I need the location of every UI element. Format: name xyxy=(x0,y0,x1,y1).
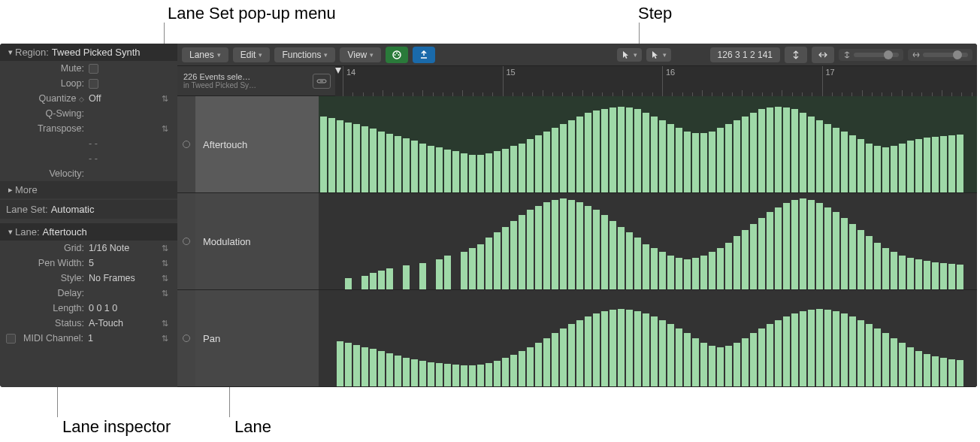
step[interactable] xyxy=(725,124,732,192)
step[interactable] xyxy=(783,203,790,289)
step[interactable] xyxy=(808,117,815,192)
step[interactable] xyxy=(361,276,368,289)
edit-menu[interactable]: Edit▾ xyxy=(233,47,271,62)
lane-row[interactable]: Aftertouch xyxy=(177,96,977,193)
step[interactable] xyxy=(717,128,724,192)
step[interactable] xyxy=(634,238,641,289)
step[interactable] xyxy=(725,243,732,289)
step[interactable] xyxy=(742,338,749,387)
view-menu[interactable]: View▾ xyxy=(340,47,381,62)
step[interactable] xyxy=(725,346,732,386)
step[interactable] xyxy=(585,113,591,192)
penwidth-row[interactable]: Pen Width: 5 xyxy=(0,256,177,271)
step[interactable] xyxy=(891,252,897,289)
step[interactable] xyxy=(874,146,881,192)
step[interactable] xyxy=(535,343,542,386)
step[interactable] xyxy=(626,310,633,386)
step[interactable] xyxy=(411,359,418,386)
step[interactable] xyxy=(585,316,591,386)
step[interactable] xyxy=(709,252,715,289)
lane-row[interactable]: Pan xyxy=(177,290,977,387)
step[interactable] xyxy=(767,324,773,386)
step[interactable] xyxy=(419,361,426,386)
step[interactable] xyxy=(560,328,567,386)
stepper-icon[interactable] xyxy=(162,319,171,328)
step[interactable] xyxy=(461,365,467,386)
transpose-row[interactable]: Transpose: xyxy=(0,121,177,136)
step[interactable] xyxy=(915,259,922,289)
quantize-row[interactable]: Quantize ◇ Off xyxy=(0,91,177,106)
step[interactable] xyxy=(494,232,501,289)
step[interactable] xyxy=(568,120,575,192)
step[interactable] xyxy=(733,343,740,386)
step[interactable] xyxy=(337,341,343,386)
step[interactable] xyxy=(469,155,476,192)
step[interactable] xyxy=(576,202,583,289)
step[interactable] xyxy=(552,333,558,386)
step[interactable] xyxy=(370,129,377,192)
step[interactable] xyxy=(370,273,377,289)
more-header[interactable]: More xyxy=(0,181,177,198)
step[interactable] xyxy=(651,248,658,289)
step[interactable] xyxy=(634,311,641,386)
step[interactable] xyxy=(378,351,385,386)
pointer-tool[interactable]: ▾ xyxy=(617,48,642,62)
step[interactable] xyxy=(808,200,815,289)
step[interactable] xyxy=(849,224,856,289)
position-display[interactable]: 126 3 1 2 141 xyxy=(710,47,780,62)
vfit-button[interactable] xyxy=(785,47,807,63)
step[interactable] xyxy=(576,117,583,192)
step[interactable] xyxy=(543,338,550,387)
step[interactable] xyxy=(643,113,649,192)
step[interactable] xyxy=(361,126,368,192)
step[interactable] xyxy=(494,361,501,386)
step[interactable] xyxy=(609,107,616,192)
step[interactable] xyxy=(907,141,914,192)
step[interactable] xyxy=(469,365,476,386)
step[interactable] xyxy=(345,278,352,289)
step[interactable] xyxy=(519,144,525,193)
step[interactable] xyxy=(791,313,798,386)
delay-row[interactable]: Delay: xyxy=(0,286,177,301)
step[interactable] xyxy=(485,238,492,289)
step[interactable] xyxy=(948,135,955,192)
step[interactable] xyxy=(750,224,757,289)
step[interactable] xyxy=(601,215,608,289)
step[interactable] xyxy=(320,117,327,192)
lane-select-dot[interactable] xyxy=(183,335,190,342)
step[interactable] xyxy=(684,333,691,386)
step[interactable] xyxy=(667,324,674,386)
step[interactable] xyxy=(758,109,765,192)
step[interactable] xyxy=(667,124,674,192)
step[interactable] xyxy=(643,244,649,289)
step[interactable] xyxy=(419,144,426,193)
step[interactable] xyxy=(899,343,906,386)
step[interactable] xyxy=(601,311,608,386)
step[interactable] xyxy=(907,347,914,386)
step[interactable] xyxy=(353,345,360,386)
step[interactable] xyxy=(874,328,881,386)
lane-handle[interactable] xyxy=(177,96,195,192)
step[interactable] xyxy=(957,265,963,289)
step[interactable] xyxy=(510,221,517,289)
step[interactable] xyxy=(758,218,765,289)
step[interactable] xyxy=(659,252,666,289)
step[interactable] xyxy=(345,123,352,192)
stepper-icon[interactable] xyxy=(162,124,171,134)
hfit-button[interactable] xyxy=(812,47,834,63)
step[interactable] xyxy=(328,118,335,192)
step[interactable] xyxy=(626,107,633,192)
step[interactable] xyxy=(535,135,542,192)
step[interactable] xyxy=(924,354,930,386)
step[interactable] xyxy=(527,139,534,192)
step[interactable] xyxy=(924,138,930,192)
step[interactable] xyxy=(676,258,682,289)
step[interactable] xyxy=(824,310,831,386)
region-header[interactable]: Region: Tweed Picked Synth xyxy=(0,44,177,61)
step[interactable] xyxy=(519,215,525,289)
step[interactable] xyxy=(519,351,525,386)
lane-header[interactable]: Lane: Aftertouch xyxy=(0,223,177,241)
step[interactable] xyxy=(676,328,682,386)
step[interactable] xyxy=(800,113,806,192)
step[interactable] xyxy=(676,128,682,192)
